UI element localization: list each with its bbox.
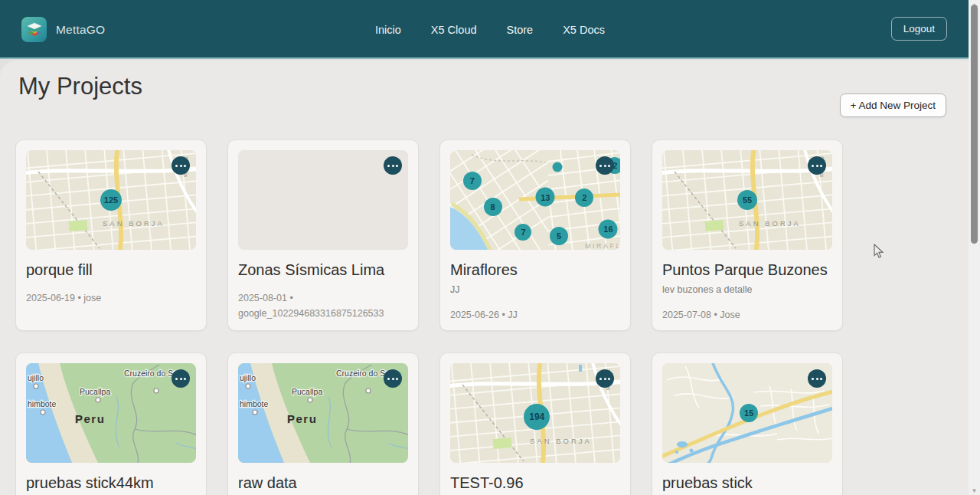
cluster-marker[interactable]: 7 (463, 172, 482, 190)
project-menu-button[interactable] (172, 156, 190, 175)
project-title: Zonas Sísmicas Lima (238, 261, 408, 279)
project-title: raw data (238, 474, 408, 492)
project-thumbnail[interactable]: ujillo himbote Pucallpa Cruzeiro do Sul … (238, 363, 408, 463)
cluster-marker[interactable]: 2 (575, 188, 593, 207)
project-menu-button[interactable] (596, 369, 614, 388)
map-label-san-borja: SAN BORJA (530, 437, 592, 445)
map-label-peru: Peru (75, 412, 105, 425)
project-meta: 2025-07-08 • Jose (662, 307, 832, 323)
project-thumbnail[interactable]: SAN BORJA San Luis 125 (26, 150, 196, 250)
project-card[interactable]: 15 pruebas stick (652, 352, 843, 495)
mettago-logo-icon (21, 17, 47, 42)
map-label-pucallpa: Pucallpa (80, 387, 110, 396)
point-marker[interactable] (552, 162, 562, 172)
cluster-marker[interactable]: 125 (100, 189, 122, 211)
project-meta: 2025-08-01 • google_10229468331687512653… (238, 290, 408, 321)
nav-item-x5-cloud[interactable]: X5 Cloud (431, 24, 477, 36)
project-menu-button[interactable] (808, 156, 826, 175)
project-meta: 2025-06-19 • jose (26, 290, 196, 306)
project-card[interactable]: ujillo himbote Pucallpa Cruzeiro do Sul … (227, 352, 419, 495)
cluster-marker[interactable]: 55 (737, 190, 757, 210)
project-card[interactable]: Zonas Sísmicas Lima 2025-08-01 • google_… (227, 139, 419, 331)
project-title: Puntos Parque Buzones (662, 261, 832, 279)
brand[interactable]: MettaGO (21, 17, 105, 42)
map-label-peru: Peru (287, 412, 317, 425)
project-menu-button[interactable] (384, 156, 402, 175)
nav-item-x5-docs[interactable]: X5 Docs (563, 24, 605, 36)
cluster-marker[interactable]: 8 (484, 198, 502, 216)
top-nav-bar: MettaGO Inicio X5 Cloud Store X5 Docs Lo… (0, 0, 980, 59)
project-menu-button[interactable] (808, 369, 826, 388)
brand-name: MettaGO (56, 23, 105, 37)
project-thumbnail[interactable]: SAN BORJA San Luis 194 (450, 363, 620, 463)
cluster-marker[interactable]: 7 (514, 224, 531, 241)
map-label-trujillo: ujillo (240, 373, 256, 382)
project-card[interactable]: MIRAFL 7 8 13 2 7 5 16 2 Miraflores JJ 2… (439, 139, 631, 331)
app-window: MettaGO Inicio X5 Cloud Store X5 Docs Lo… (0, 0, 980, 495)
project-card[interactable]: SAN BORJA San Luis 55 Puntos Parque Buzo… (652, 139, 843, 331)
project-thumbnail[interactable]: SAN BORJA San Luis 55 (662, 150, 832, 250)
scrollbar-thumb[interactable] (971, 5, 978, 244)
map-peru: ujillo himbote Pucallpa Cruzeiro do Sul … (26, 363, 196, 463)
map-label-san-borja: SAN BORJA (739, 219, 801, 228)
cluster-marker[interactable]: 16 (599, 219, 618, 238)
project-thumbnail[interactable] (238, 150, 408, 250)
projects-grid: SAN BORJA San Luis 125 porque fill 2025-… (15, 139, 843, 495)
project-menu-button[interactable] (172, 369, 190, 388)
map-label-chimbote: himbote (240, 399, 269, 408)
add-new-project-button[interactable]: + Add New Project (840, 93, 946, 117)
cluster-marker[interactable]: 13 (536, 188, 555, 207)
project-title: pruebas stick (662, 474, 832, 492)
logout-button[interactable]: Logout (891, 17, 947, 41)
page-title: My Projects (18, 73, 142, 100)
project-subtitle: JJ (450, 284, 620, 295)
project-menu-button[interactable] (596, 156, 614, 175)
map-blank (238, 150, 408, 250)
map-label-san-borja: SAN BORJA (103, 219, 165, 228)
cluster-marker[interactable]: 5 (550, 227, 568, 245)
cluster-marker[interactable]: 15 (740, 404, 758, 422)
main-nav: Inicio X5 Cloud Store X5 Docs (375, 0, 605, 59)
vertical-scrollbar[interactable]: ▲ ▼ (969, 0, 980, 495)
cluster-marker[interactable]: 194 (524, 404, 550, 430)
project-thumbnail[interactable]: 15 (662, 363, 832, 463)
project-card[interactable]: ujillo himbote Pucallpa Cruzeiro do Sul … (15, 352, 207, 495)
my-projects-page: My Projects + Add New Project (0, 61, 980, 495)
nav-item-store[interactable]: Store (507, 24, 534, 36)
project-thumbnail[interactable]: MIRAFL 7 8 13 2 7 5 16 2 (450, 150, 620, 250)
project-menu-button[interactable] (384, 369, 402, 388)
map-label-miraflores: MIRAFL (585, 242, 620, 250)
project-card[interactable]: SAN BORJA San Luis 194 TEST-0.96 (439, 352, 631, 495)
project-title: porque fill (26, 261, 196, 279)
nav-item-inicio[interactable]: Inicio (375, 24, 401, 36)
map-miraflores: MIRAFL (450, 150, 620, 250)
map-label-trujillo: ujillo (28, 373, 44, 382)
map-peru: ujillo himbote Pucallpa Cruzeiro do Sul … (238, 363, 408, 463)
project-thumbnail[interactable]: ujillo himbote Pucallpa Cruzeiro do Sul … (26, 363, 196, 463)
map-label-pucallpa: Pucallpa (292, 387, 322, 396)
project-meta: 2025-06-26 • JJ (450, 307, 620, 323)
map-label-chimbote: himbote (28, 399, 57, 408)
project-title: pruebas stick44km (26, 474, 196, 492)
scroll-down-arrow-icon[interactable]: ▼ (969, 486, 980, 495)
project-title: TEST-0.96 (450, 474, 620, 492)
project-title: Miraflores (450, 261, 620, 279)
project-subtitle: lev buzones a detalle (662, 284, 832, 295)
project-card[interactable]: SAN BORJA San Luis 125 porque fill 2025-… (15, 139, 207, 331)
